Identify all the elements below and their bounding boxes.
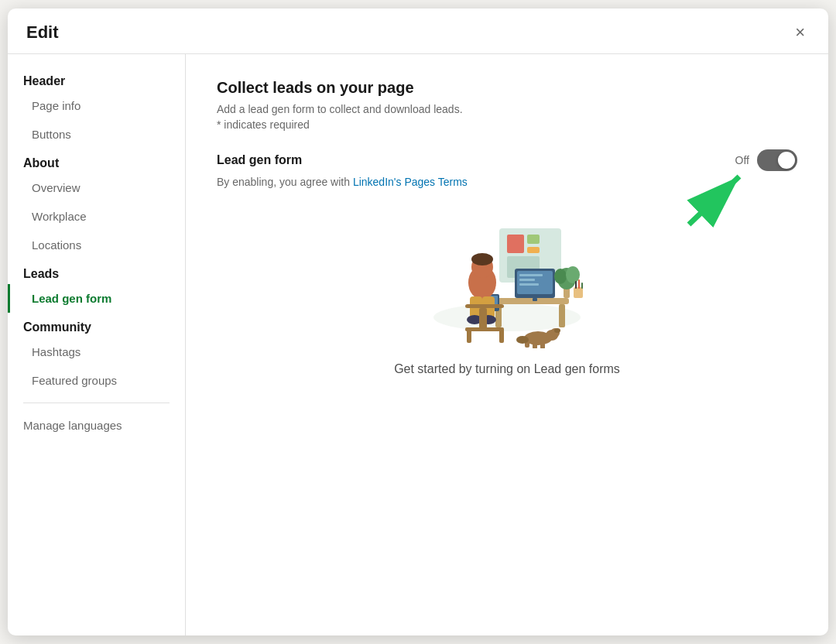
modal-title: Edit [26,22,59,43]
svg-rect-30 [499,329,504,343]
svg-rect-10 [559,304,565,327]
svg-rect-13 [519,274,543,276]
section-desc: Add a lead gen form to collect and downl… [217,103,797,115]
edit-modal: Edit × Header Page info Buttons About Ov… [8,9,828,635]
sidebar-section-header: Header [8,67,185,91]
svg-rect-14 [519,279,535,281]
modal-body: Header Page info Buttons About Overview … [8,54,828,635]
sidebar-item-page-info[interactable]: Page info [8,91,185,120]
svg-point-21 [471,253,493,265]
lead-gen-label: Lead gen form [217,153,302,167]
toggle-wrapper: Off [735,149,797,171]
toggle-track [757,149,797,171]
svg-rect-15 [519,283,539,286]
svg-point-46 [516,336,529,344]
sidebar-item-overview[interactable]: Overview [8,173,185,202]
sidebar: Header Page info Buttons About Overview … [8,54,186,635]
svg-rect-5 [527,235,540,244]
svg-rect-45 [540,343,545,348]
sidebar-item-buttons[interactable]: Buttons [8,120,185,149]
svg-point-34 [566,266,580,283]
svg-rect-29 [467,329,471,343]
svg-point-33 [554,269,567,284]
svg-rect-38 [581,283,583,289]
sidebar-section-leads: Leads [8,259,185,284]
modal-header: Edit × [8,9,828,54]
toggle-thumb [778,152,795,169]
sidebar-section-community: Community [8,313,185,337]
sidebar-item-lead-gen-form[interactable]: Lead gen form [8,284,185,313]
svg-rect-35 [574,287,583,298]
illustration-svg [422,213,592,348]
illustration-area: Get started by turning on Lead gen forms [217,213,797,376]
lead-gen-toggle[interactable] [757,149,797,171]
svg-rect-6 [527,247,540,253]
sidebar-manage-languages[interactable]: Manage languages [8,411,185,440]
svg-point-2 [433,303,581,331]
svg-rect-27 [479,308,487,330]
toggle-off-label: Off [735,154,749,166]
sidebar-item-featured-groups[interactable]: Featured groups [8,366,185,395]
svg-rect-37 [578,279,580,289]
svg-rect-44 [533,343,537,348]
illustration-caption: Get started by turning on Lead gen forms [394,362,620,376]
section-required: * indicates required [217,118,797,131]
svg-point-42 [554,328,560,333]
sidebar-section-about: About [8,149,185,173]
sidebar-item-locations[interactable]: Locations [8,231,185,259]
sidebar-item-hashtags[interactable]: Hashtags [8,337,185,366]
sidebar-divider [23,402,170,403]
close-button[interactable]: × [790,22,810,43]
section-title: Collect leads on your page [217,79,797,97]
svg-rect-4 [507,235,524,253]
main-content: Collect leads on your page Add a lead ge… [186,54,828,635]
agree-text: By enabling, you agree with LinkedIn's P… [217,176,797,188]
sidebar-item-workplace[interactable]: Workplace [8,202,185,231]
svg-rect-16 [533,298,537,301]
pages-terms-link[interactable]: LinkedIn's Pages Terms [353,176,468,188]
svg-rect-36 [575,281,577,289]
lead-gen-row: Lead gen form Off [217,149,797,171]
svg-rect-8 [492,298,569,304]
svg-rect-26 [465,304,504,308]
